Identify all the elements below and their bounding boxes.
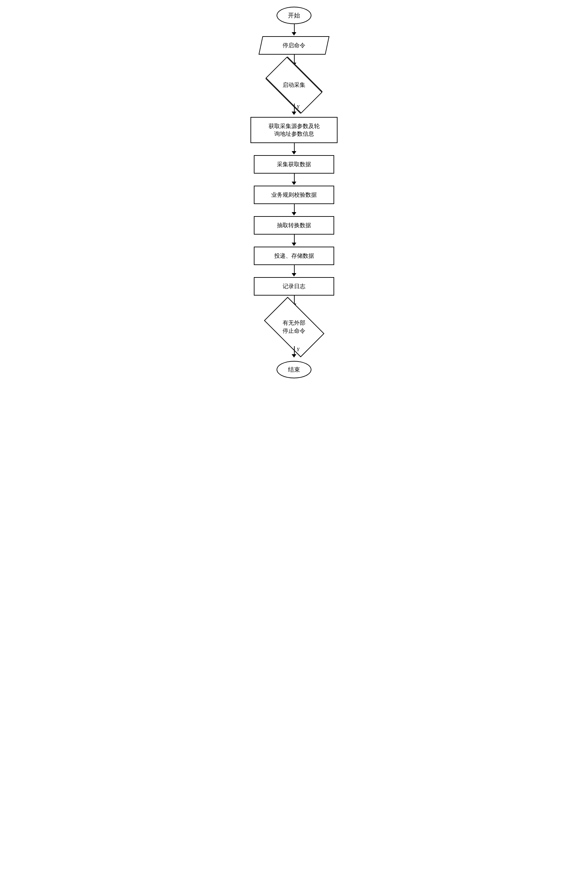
main-flow-column: 开始 停启命令 N 启动采集 [210,7,378,378]
validate-label: 业务规则校验数据 [271,192,317,198]
transform-node: 抽取转换数据 [254,216,334,234]
has-stop-label: 有无外部停止命令 [283,319,305,335]
transform-row: 抽取转换数据 [254,216,334,234]
start-row: 开始 [277,7,311,24]
collect-data-node: 采集获取数据 [254,155,334,174]
stop-cmd-row: 停启命令 [261,36,327,55]
validate-node: 业务规则校验数据 [254,186,334,204]
log-label: 记录日志 [283,283,305,290]
start-collect-label: 启动采集 [283,81,305,89]
start-collect-node: 启动采集 [264,67,324,104]
store-node: 投递、存储数据 [254,246,334,265]
start-node: 开始 [277,7,311,24]
end-row: 结束 [277,361,311,378]
end-node: 结束 [277,361,311,378]
flowchart-diagram: 开始 停启命令 N 启动采集 [210,7,378,378]
store-label: 投递、存储数据 [274,252,314,259]
stop-cmd-node: 停启命令 [258,36,330,55]
collect-data-row: 采集获取数据 [254,155,334,174]
has-stop-node: 有无外部停止命令 [262,308,326,346]
validate-row: 业务规则校验数据 [254,186,334,204]
collect-data-label: 采集获取数据 [277,161,311,168]
log-node: 记录日志 [254,277,334,296]
get-params-node: 获取采集源参数及轮询地址参数信息 [250,117,338,143]
has-stop-row: N 有无外部停止命令 [262,308,326,346]
transform-label: 抽取转换数据 [277,222,311,228]
y-label-1: Y [297,104,299,110]
start-collect-row: N 启动采集 [264,67,324,104]
get-params-label: 获取采集源参数及轮询地址参数信息 [268,123,320,137]
log-row: 记录日志 [254,277,334,296]
start-label: 开始 [288,12,300,19]
get-params-row: 获取采集源参数及轮询地址参数信息 [250,117,338,143]
store-row: 投递、存储数据 [254,246,334,265]
y-label-2: Y [297,347,299,353]
stop-cmd-label: 停启命令 [283,42,305,49]
end-label: 结束 [288,366,300,373]
